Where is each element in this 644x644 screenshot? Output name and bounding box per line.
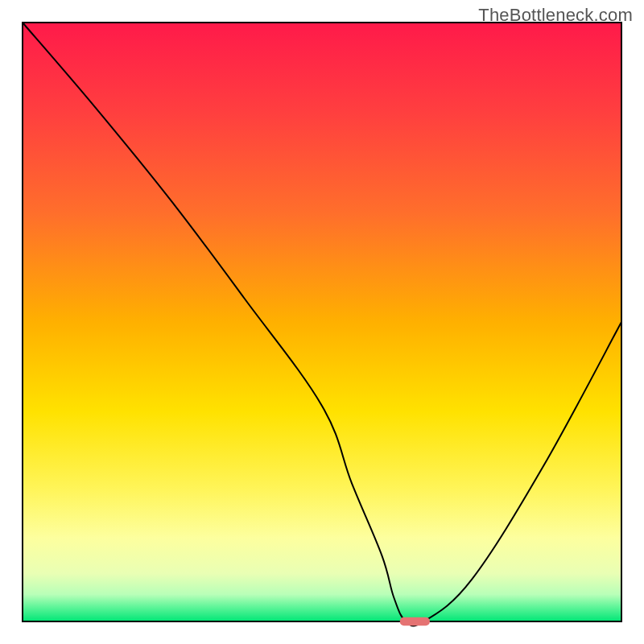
bottleneck-chart: TheBottleneck.com [0,0,644,644]
optimal-marker [400,617,430,625]
plot-background [23,23,621,621]
chart-svg [0,0,644,644]
watermark-text: TheBottleneck.com [478,5,633,26]
